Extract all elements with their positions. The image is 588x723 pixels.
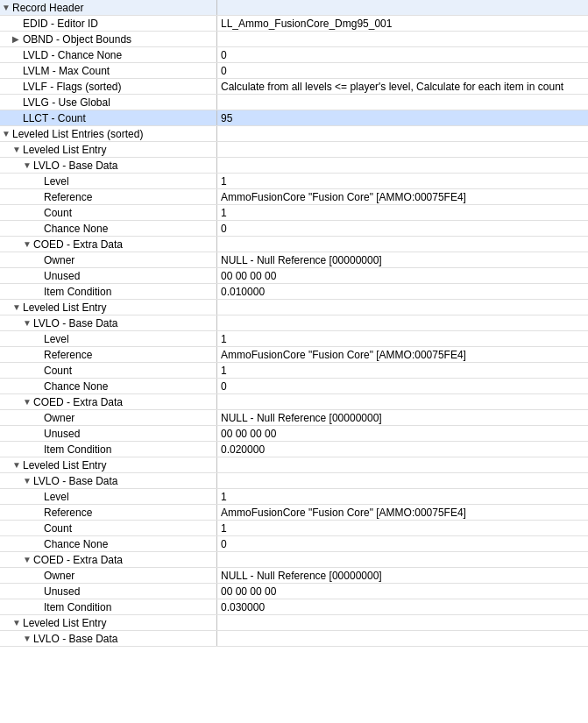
left-cell: Owner <box>0 410 217 425</box>
left-cell: ▼COED - Extra Data <box>0 552 217 567</box>
table-row[interactable]: ▼Leveled List Entry <box>0 142 588 158</box>
table-row[interactable]: LVLF - Flags (sorted)Calculate from all … <box>0 79 588 95</box>
row-label: Count <box>44 207 72 219</box>
table-row[interactable]: ▼Leveled List Entry <box>0 615 588 631</box>
row-value: AmmoFusionCore "Fusion Core" [AMMO:00075… <box>217 347 588 362</box>
table-row[interactable]: Chance None0 <box>0 379 588 394</box>
row-label: Leveled List Entries (sorted) <box>12 128 143 140</box>
left-cell: Level <box>0 489 217 504</box>
table-row[interactable]: OwnerNULL - Null Reference [00000000] <box>0 568 588 584</box>
expand-icon[interactable]: ▼ <box>2 3 12 12</box>
expand-icon[interactable]: ▼ <box>12 145 23 154</box>
table-row[interactable]: OwnerNULL - Null Reference [00000000] <box>0 410 588 426</box>
row-label: LVLF - Flags (sorted) <box>23 81 121 93</box>
row-label: Item Condition <box>44 443 111 456</box>
row-value: 0 <box>217 536 588 551</box>
row-label: Leveled List Entry <box>23 144 106 156</box>
row-value: NULL - Null Reference [00000000] <box>217 568 588 583</box>
table-row[interactable]: Unused00 00 00 00 <box>0 426 588 442</box>
expand-icon[interactable]: ▼ <box>12 302 23 312</box>
left-cell: ▼COED - Extra Data <box>0 237 217 252</box>
expand-icon[interactable]: ▼ <box>23 634 33 643</box>
row-value <box>217 0 588 15</box>
left-cell: LVLG - Use Global <box>0 95 217 110</box>
table-row[interactable]: ▼COED - Extra Data <box>0 237 588 252</box>
left-cell: ▼Leveled List Entry <box>0 300 217 315</box>
row-value: 0.020000 <box>217 442 588 457</box>
left-cell: Item Condition <box>0 599 217 614</box>
table-row[interactable]: Count1 <box>0 363 588 379</box>
left-cell: ▶OBND - Object Bounds <box>0 32 217 46</box>
expand-icon[interactable]: ▼ <box>23 160 33 170</box>
left-cell: LVLF - Flags (sorted) <box>0 79 217 94</box>
left-cell: ▼LVLO - Base Data <box>0 315 217 330</box>
table-row[interactable]: LVLM - Max Count0 <box>0 63 588 79</box>
table-row[interactable]: ▼COED - Extra Data <box>0 552 588 568</box>
row-label: COED - Extra Data <box>33 554 123 566</box>
row-label: Owner <box>44 570 74 582</box>
table-row[interactable]: ▼COED - Extra Data <box>0 394 588 410</box>
row-value: Calculate from all levels <= player's le… <box>217 79 588 94</box>
table-row[interactable]: Level1 <box>0 331 588 347</box>
row-value: 0 <box>217 63 588 78</box>
expand-icon[interactable]: ▼ <box>23 555 33 564</box>
row-label: Count <box>44 365 72 377</box>
row-value: 0 <box>217 379 588 393</box>
row-value: 95 <box>217 110 588 125</box>
table-row[interactable]: Level1 <box>0 174 588 189</box>
table-row[interactable]: Level1 <box>0 489 588 505</box>
table-row[interactable]: Item Condition0.010000 <box>0 284 588 300</box>
table-row[interactable]: LVLD - Chance None0 <box>0 47 588 63</box>
expand-icon[interactable]: ▶ <box>12 34 23 44</box>
left-cell: Count <box>0 363 217 378</box>
row-label: Reference <box>44 191 92 203</box>
table-row[interactable]: ▼Leveled List Entry <box>0 300 588 315</box>
expand-icon[interactable]: ▼ <box>12 618 23 627</box>
row-label: Leveled List Entry <box>23 617 106 629</box>
table-row[interactable]: Unused00 00 00 00 <box>0 268 588 284</box>
table-row[interactable]: Unused00 00 00 00 <box>0 584 588 599</box>
left-cell: ▼Leveled List Entry <box>0 457 217 472</box>
row-label: Item Condition <box>44 286 111 298</box>
expand-icon[interactable]: ▼ <box>23 318 33 328</box>
row-value: 0 <box>217 47 588 62</box>
table-row[interactable]: ▼Leveled List Entry <box>0 457 588 473</box>
row-value: 0 <box>217 221 588 236</box>
table-row[interactable]: ▼Leveled List Entries (sorted) <box>0 126 588 142</box>
row-label: COED - Extra Data <box>33 396 123 408</box>
table-row[interactable]: ▼Record Header <box>0 0 588 16</box>
table-row[interactable]: ReferenceAmmoFusionCore "Fusion Core" [A… <box>0 189 588 205</box>
table-row[interactable]: LVLG - Use Global <box>0 95 588 110</box>
expand-icon[interactable]: ▼ <box>12 460 23 470</box>
table-row[interactable]: ReferenceAmmoFusionCore "Fusion Core" [A… <box>0 347 588 363</box>
row-value <box>217 237 588 252</box>
row-value: 1 <box>217 174 588 188</box>
expand-icon[interactable]: ▼ <box>2 129 12 138</box>
table-row[interactable]: Count1 <box>0 205 588 221</box>
expand-icon[interactable]: ▼ <box>23 239 33 249</box>
row-value <box>217 126 588 141</box>
table-row[interactable]: ▼LVLO - Base Data <box>0 473 588 489</box>
expand-icon[interactable]: ▼ <box>23 397 33 407</box>
table-row[interactable]: Item Condition0.020000 <box>0 442 588 457</box>
table-row[interactable]: ▼LVLO - Base Data <box>0 631 588 647</box>
table-row[interactable]: ReferenceAmmoFusionCore "Fusion Core" [A… <box>0 505 588 521</box>
table-row[interactable]: LLCT - Count95 <box>0 110 588 126</box>
table-row[interactable]: Chance None0 <box>0 221 588 237</box>
left-cell: Chance None <box>0 536 217 551</box>
table-row[interactable]: OwnerNULL - Null Reference [00000000] <box>0 252 588 268</box>
row-label: Count <box>44 522 72 535</box>
row-value: NULL - Null Reference [00000000] <box>217 410 588 425</box>
table-row[interactable]: Item Condition0.030000 <box>0 599 588 615</box>
row-label: COED - Extra Data <box>33 238 123 251</box>
table-row[interactable]: ▼LVLO - Base Data <box>0 315 588 331</box>
row-label: Item Condition <box>44 601 111 613</box>
expand-icon[interactable]: ▼ <box>23 476 33 486</box>
table-row[interactable]: Chance None0 <box>0 536 588 552</box>
row-value: 1 <box>217 489 588 504</box>
table-row[interactable]: Count1 <box>0 521 588 536</box>
row-label: Reference <box>44 507 92 519</box>
table-row[interactable]: EDID - Editor IDLL_Ammo_FusionCore_Dmg95… <box>0 16 588 32</box>
table-row[interactable]: ▶OBND - Object Bounds <box>0 32 588 47</box>
table-row[interactable]: ▼LVLO - Base Data <box>0 158 588 174</box>
